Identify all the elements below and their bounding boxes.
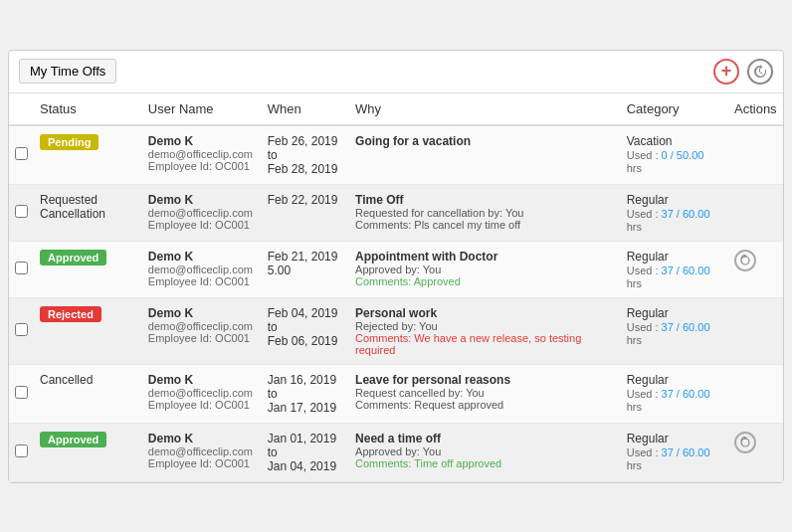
status-text: Requested Cancellation [40,193,105,221]
action-icon[interactable] [734,250,756,271]
row-why: Going for a vacation [349,125,621,185]
row-actions [728,423,783,481]
user-empid: Employee Id: OC001 [148,332,256,344]
when-line: to [268,445,343,459]
row-checkbox-cell [9,184,34,241]
status-badge: Pending [40,134,99,150]
category-name: Regular [627,250,722,264]
user-email: demo@officeclip.com [148,387,256,399]
used-label: Used : 37 / 60.00 [627,320,722,334]
row-checkbox-cell [9,364,34,423]
why-title: Leave for personal reasons [355,373,615,387]
row-category: Regular Used : 37 / 60.00 hrs [621,423,728,481]
row-category: Regular Used : 37 / 60.00 hrs [621,241,728,297]
why-comment: Comments: Request approved [355,399,615,411]
user-empid: Employee Id: OC001 [148,219,256,231]
when-line: to [268,387,343,401]
row-when: Feb 22, 2019 [262,184,349,241]
row-checkbox-cell [9,423,34,481]
action-icon[interactable] [734,432,756,453]
hrs-label: hrs [627,459,722,471]
status-badge: Approved [40,432,106,447]
row-checkbox[interactable] [15,444,28,457]
category-name: Vacation [627,134,722,148]
header-why: Why [349,93,621,125]
used-label: Used : 37 / 60.00 [627,207,722,221]
row-status: Pending [34,125,142,185]
status-badge: Rejected [40,306,101,322]
user-name: Demo K [148,373,256,387]
row-checkbox[interactable] [15,147,28,160]
when-line: 5.00 [268,264,343,277]
user-email: demo@officeclip.com [148,207,256,219]
table-body: PendingDemo K demo@officeclip.com Employ… [9,125,783,482]
category-name: Regular [627,193,722,207]
row-why: Personal workRejected by: YouComments: W… [349,297,621,364]
why-comment: Comments: Time off approved [355,457,615,469]
user-email: demo@officeclip.com [148,445,256,457]
header-when: When [262,93,349,125]
header-actions: Actions [728,93,783,125]
user-email: demo@officeclip.com [148,148,256,160]
row-status: Approved [34,423,142,481]
table-row: ApprovedDemo K demo@officeclip.com Emplo… [9,241,783,297]
row-checkbox[interactable] [15,386,28,399]
hrs-label: hrs [627,401,722,413]
time-off-table: Status User Name When Why Category Actio… [9,93,783,482]
user-email: demo@officeclip.com [148,320,256,332]
why-title: Time Off [355,193,615,207]
when-line: Feb 28, 2019 [268,162,343,176]
when-line: Jan 17, 2019 [268,401,343,415]
add-icon[interactable]: + [713,59,739,85]
row-when: Jan 01, 2019toJan 04, 2019 [262,423,349,481]
when-line: Feb 22, 2019 [268,193,343,207]
used-label: Used : 0 / 50.00 [627,148,722,162]
page-title-button[interactable]: My Time Offs [19,59,116,84]
hrs-label: hrs [627,334,722,346]
row-checkbox[interactable] [15,323,28,336]
header-status: Status [34,93,142,125]
category-name: Regular [627,432,722,445]
row-actions [728,184,783,241]
row-status: Approved [34,241,142,297]
row-when: Feb 04, 2019toFeb 06, 2019 [262,297,349,364]
why-detail: Approved by: You [355,445,615,457]
status-text: Cancelled [40,373,93,387]
row-when: Jan 16, 2019toJan 17, 2019 [262,364,349,423]
why-title: Personal work [355,306,615,320]
user-name: Demo K [148,306,256,320]
row-status: Requested Cancellation [34,184,142,241]
row-why: Need a time offApproved by: YouComments:… [349,423,621,481]
table-row: RejectedDemo K demo@officeclip.com Emplo… [9,297,783,364]
when-line: Jan 04, 2019 [268,459,343,473]
category-name: Regular [627,306,722,320]
row-checkbox[interactable] [15,205,28,218]
table-header: Status User Name When Why Category Actio… [9,93,783,125]
user-name: Demo K [148,193,256,207]
hrs-label: hrs [627,221,722,233]
when-line: Jan 01, 2019 [268,432,343,445]
row-category: Regular Used : 37 / 60.00 hrs [621,184,728,241]
row-category: Regular Used : 37 / 60.00 hrs [621,297,728,364]
row-checkbox[interactable] [15,262,28,274]
when-line: Jan 16, 2019 [268,373,343,387]
table-row: ApprovedDemo K demo@officeclip.com Emplo… [9,423,783,481]
when-line: to [268,320,343,334]
why-detail: Requested for cancellation by: You [355,207,615,219]
row-when: Feb 21, 20195.00 [262,241,349,297]
row-user: Demo K demo@officeclip.com Employee Id: … [142,125,262,185]
row-actions [728,364,783,423]
top-bar: My Time Offs + [9,51,783,93]
row-why: Time OffRequested for cancellation by: Y… [349,184,621,241]
row-user: Demo K demo@officeclip.com Employee Id: … [142,241,262,297]
table-row: Requested CancellationDemo K demo@office… [9,184,783,241]
history-icon[interactable] [747,59,773,85]
row-checkbox-cell [9,241,34,297]
row-actions [728,297,783,364]
header-category: Category [621,93,728,125]
row-user: Demo K demo@officeclip.com Employee Id: … [142,297,262,364]
when-line: Feb 21, 2019 [268,250,343,264]
user-empid: Employee Id: OC001 [148,160,256,172]
row-why: Leave for personal reasonsRequest cancel… [349,364,621,423]
why-comment: Comments: We have a new release, so test… [355,332,615,356]
